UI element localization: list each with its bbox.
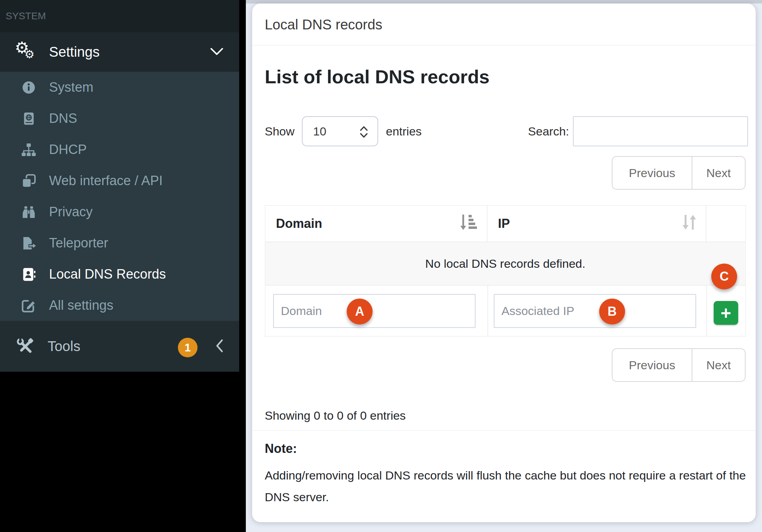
table-add-row: + <box>265 285 746 337</box>
address-card-icon <box>21 267 36 282</box>
sidebar-item-label: System <box>49 80 93 95</box>
next-button[interactable]: Next <box>692 349 745 381</box>
search-input[interactable] <box>573 116 748 146</box>
note-title: Note: <box>265 441 297 456</box>
associated-ip-input[interactable] <box>494 294 696 328</box>
top-strip <box>246 0 762 4</box>
card-title: Local DNS records <box>265 4 382 46</box>
annotation-marker-a: A <box>347 299 373 324</box>
previous-button[interactable]: Previous <box>612 349 692 381</box>
screen: SYSTEM ⚙⚙ Settings System DNS <box>0 0 762 532</box>
card-footer-divider <box>252 430 756 431</box>
column-header-ip[interactable]: IP <box>487 206 706 241</box>
sitemap-icon <box>21 142 36 158</box>
table-empty-row: No local DNS records defined. <box>265 241 746 285</box>
sidebar-item-privacy[interactable]: Privacy <box>0 196 239 227</box>
sidebar-item-label: Teleporter <box>49 236 108 251</box>
sidebar-item-system[interactable]: System <box>0 72 239 103</box>
sidebar-item-label: Web interface / API <box>49 173 163 188</box>
chevron-left-icon <box>215 339 224 354</box>
binoculars-icon <box>21 204 36 220</box>
sidebar-item-label: DHCP <box>49 142 87 157</box>
clone-icon <box>21 173 36 189</box>
domain-input[interactable] <box>273 294 476 328</box>
note-body: Adding/removing local DNS records will f… <box>265 464 755 508</box>
tools-count-badge: 1 <box>178 338 198 357</box>
sidebar-item-tools[interactable]: Tools <box>0 321 239 372</box>
empty-message: No local DNS records defined. <box>425 257 585 271</box>
section-title: List of local DNS records <box>265 66 490 88</box>
tools-icon <box>15 337 35 356</box>
info-icon <box>21 80 36 95</box>
column-divider <box>706 286 707 336</box>
table-header-row: Domain IP <box>265 205 746 241</box>
gears-icon: ⚙⚙ <box>15 42 36 63</box>
sidebar-item-label: Privacy <box>49 204 93 219</box>
sidebar-item-settings[interactable]: ⚙⚙ Settings <box>0 32 239 72</box>
sidebar: SYSTEM ⚙⚙ Settings System DNS <box>0 0 239 372</box>
sidebar-item-dhcp[interactable]: DHCP <box>0 134 239 165</box>
show-label: Show <box>265 116 295 146</box>
select-caret-icon <box>358 125 370 139</box>
annotation-marker-c: C <box>711 264 737 289</box>
annotation-marker-b: B <box>599 299 625 324</box>
sidebar-section-header: SYSTEM <box>0 0 239 32</box>
sidebar-item-label: Local DNS Records <box>49 267 166 282</box>
sidebar-item-all-settings[interactable]: All settings <box>0 290 239 321</box>
settings-submenu: System DNS DHCP Web interface / API <box>0 72 239 321</box>
main-content: Local DNS records List of local DNS reco… <box>246 0 762 532</box>
entries-select-value: 10 <box>313 117 326 146</box>
entries-summary: Showing 0 to 0 of 0 entries <box>265 405 406 426</box>
column-header-action <box>706 206 745 241</box>
sidebar-item-dns[interactable]: DNS <box>0 103 239 134</box>
dns-book-icon <box>21 111 36 126</box>
sidebar-item-teleporter[interactable]: Teleporter <box>0 227 239 259</box>
local-dns-card: Local DNS records List of local DNS reco… <box>252 4 756 522</box>
next-button[interactable]: Next <box>692 157 745 189</box>
sidebar-item-label: DNS <box>49 111 77 126</box>
add-record-button[interactable]: + <box>714 301 738 325</box>
previous-button[interactable]: Previous <box>612 157 692 189</box>
chevron-down-icon <box>210 47 224 57</box>
sidebar-item-local-dns-records[interactable]: Local DNS Records <box>0 259 239 290</box>
column-divider <box>487 286 488 336</box>
file-export-icon <box>21 236 36 251</box>
sidebar-item-label: Settings <box>49 44 100 60</box>
dns-records-table: Domain IP No local DNS records de <box>265 205 746 337</box>
sort-both-icon[interactable] <box>682 214 697 234</box>
sort-ascending-icon[interactable] <box>459 213 478 234</box>
edit-icon <box>21 298 36 313</box>
sidebar-item-web-interface-api[interactable]: Web interface / API <box>0 165 239 196</box>
card-header: Local DNS records <box>252 4 756 46</box>
sidebar-item-label: All settings <box>49 298 113 313</box>
entries-label: entries <box>386 116 422 146</box>
column-header-domain[interactable]: Domain <box>265 206 487 241</box>
sidebar-section-label: SYSTEM <box>6 10 46 22</box>
sidebar-item-label: Tools <box>48 338 80 354</box>
search-label: Search: <box>513 116 569 146</box>
entries-select[interactable]: 10 <box>302 116 378 146</box>
pagination-top: Previous Next <box>612 156 746 190</box>
pagination-bottom: Previous Next <box>612 348 746 382</box>
table-controls: Show 10 entries Search: <box>252 116 756 146</box>
